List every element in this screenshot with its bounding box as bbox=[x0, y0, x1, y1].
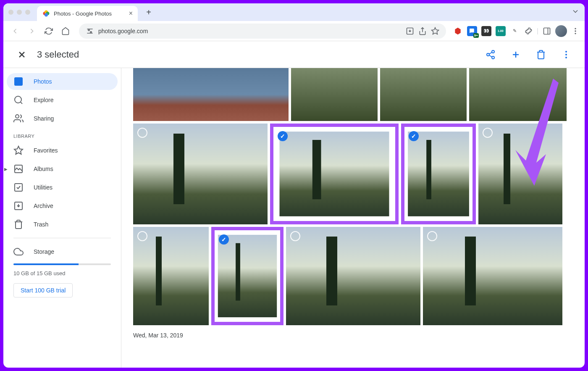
tab-dropdown-icon[interactable] bbox=[571, 7, 580, 17]
forward-button[interactable] bbox=[25, 24, 39, 38]
start-trial-button[interactable]: Start 100 GB trial bbox=[13, 283, 73, 297]
browser-toolbar: photos.google.com 9+ 👀 1.00 ✎ | bbox=[3, 21, 585, 41]
svg-point-22 bbox=[565, 54, 567, 55]
sidebar-item-sharing[interactable]: Sharing bbox=[7, 110, 118, 127]
extension-icon-gray[interactable]: ✎ bbox=[510, 26, 520, 36]
svg-point-28 bbox=[16, 115, 19, 118]
photo-select-checkbox[interactable] bbox=[483, 128, 493, 138]
photo-select-checkbox[interactable] bbox=[219, 234, 229, 245]
address-bar[interactable]: photos.google.com bbox=[79, 24, 446, 39]
photo-select-checkbox[interactable] bbox=[137, 128, 147, 138]
home-button[interactable] bbox=[59, 24, 72, 38]
selection-header: 3 selected bbox=[3, 41, 585, 68]
close-tab-icon[interactable]: × bbox=[129, 10, 133, 17]
extension-icons: 9+ 👀 1.00 ✎ | bbox=[453, 25, 580, 37]
photo-select-checkbox[interactable] bbox=[427, 231, 437, 241]
sidebar-item-label: Storage bbox=[34, 248, 54, 255]
photo-select-checkbox[interactable] bbox=[290, 231, 300, 241]
svg-line-27 bbox=[21, 102, 22, 104]
close-selection-button[interactable] bbox=[13, 46, 30, 63]
people-icon bbox=[13, 113, 24, 124]
photo-thumbnail[interactable] bbox=[469, 68, 567, 121]
google-photos-favicon bbox=[42, 9, 50, 18]
sidebar-item-favorites[interactable]: Favorites bbox=[7, 142, 118, 159]
trash-icon bbox=[13, 219, 24, 229]
archive-icon bbox=[13, 201, 24, 211]
expand-caret-icon[interactable]: ▶ bbox=[4, 167, 8, 171]
photo-thumbnail[interactable] bbox=[133, 124, 268, 224]
browser-menu-icon[interactable] bbox=[571, 27, 580, 35]
sidebar-item-label: Archive bbox=[34, 203, 53, 209]
photo-content[interactable]: Wed, Mar 13, 2019 bbox=[121, 68, 585, 368]
svg-marker-7 bbox=[432, 27, 439, 34]
maximize-window-dot[interactable] bbox=[25, 10, 30, 15]
minimize-window-dot[interactable] bbox=[17, 10, 22, 15]
svg-point-4 bbox=[88, 29, 89, 30]
add-to-button[interactable] bbox=[507, 46, 524, 63]
image-icon bbox=[13, 76, 24, 87]
extension-icon-eyes[interactable]: 👀 bbox=[481, 26, 491, 36]
svg-line-18 bbox=[489, 52, 492, 54]
more-options-button[interactable] bbox=[558, 46, 575, 63]
delete-button[interactable] bbox=[533, 46, 549, 63]
url-text: photos.google.com bbox=[98, 28, 402, 34]
extensions-puzzle-icon[interactable] bbox=[524, 27, 533, 35]
profile-avatar[interactable] bbox=[555, 25, 567, 37]
photo-thumbnail[interactable] bbox=[423, 227, 562, 325]
browser-window: Photos - Google Photos × + photos.google… bbox=[3, 3, 585, 368]
reload-button[interactable] bbox=[42, 24, 55, 38]
sidebar-item-trash[interactable]: Trash bbox=[7, 216, 118, 233]
photo-thumbnail-selected[interactable] bbox=[401, 124, 476, 224]
sidebar-item-albums[interactable]: ▶ Albums bbox=[7, 161, 118, 177]
tab-title: Photos - Google Photos bbox=[54, 11, 126, 17]
photo-select-checkbox[interactable] bbox=[137, 231, 147, 241]
main-content: Photos Explore Sharing LIBRARY Favorites… bbox=[3, 68, 585, 368]
photo-select-checkbox[interactable] bbox=[409, 131, 419, 141]
svg-point-3 bbox=[45, 13, 48, 16]
svg-point-5 bbox=[90, 31, 92, 32]
photo-thumbnail[interactable] bbox=[380, 68, 467, 121]
photo-thumbnail-selected[interactable] bbox=[211, 227, 284, 325]
search-icon bbox=[13, 95, 24, 105]
photo-thumbnail[interactable] bbox=[133, 68, 289, 121]
install-app-icon[interactable] bbox=[406, 27, 414, 35]
browser-tab[interactable]: Photos - Google Photos × bbox=[37, 6, 138, 21]
extension-icon-green[interactable]: 1.00 bbox=[496, 26, 506, 36]
sidebar-divider bbox=[13, 238, 111, 238]
sidebar-item-label: Utilities bbox=[34, 184, 52, 191]
side-panel-icon[interactable] bbox=[543, 27, 551, 35]
sidebar: Photos Explore Sharing LIBRARY Favorites… bbox=[3, 68, 121, 368]
sidebar-item-label: Trash bbox=[34, 221, 48, 228]
photo-select-checkbox[interactable] bbox=[278, 131, 288, 141]
photo-thumbnail-selected[interactable] bbox=[270, 124, 399, 224]
share-icon[interactable] bbox=[418, 27, 427, 35]
close-window-dot[interactable] bbox=[8, 10, 13, 15]
extension-icon-save[interactable]: 9+ bbox=[467, 26, 477, 36]
back-button[interactable] bbox=[8, 24, 22, 38]
sidebar-item-photos[interactable]: Photos bbox=[7, 73, 118, 90]
sidebar-item-explore[interactable]: Explore bbox=[7, 92, 118, 108]
sidebar-item-label: Explore bbox=[34, 97, 53, 103]
svg-point-13 bbox=[575, 33, 576, 34]
svg-rect-31 bbox=[15, 184, 22, 191]
svg-marker-29 bbox=[14, 146, 23, 154]
date-group-label: Wed, Mar 13, 2019 bbox=[133, 332, 578, 339]
sidebar-item-label: Sharing bbox=[34, 115, 54, 122]
bookmark-star-icon[interactable] bbox=[431, 27, 439, 35]
extension-icon-adblock[interactable] bbox=[453, 26, 463, 36]
sidebar-item-utilities[interactable]: Utilities bbox=[7, 179, 118, 196]
photo-thumbnail[interactable] bbox=[478, 124, 562, 224]
svg-point-11 bbox=[575, 28, 576, 29]
svg-point-14 bbox=[492, 50, 494, 53]
checkbox-icon bbox=[13, 182, 24, 192]
photo-thumbnail[interactable] bbox=[133, 227, 209, 325]
sidebar-item-archive[interactable]: Archive bbox=[7, 197, 118, 214]
share-button[interactable] bbox=[482, 46, 499, 63]
svg-marker-8 bbox=[455, 27, 460, 34]
photo-thumbnail[interactable] bbox=[286, 227, 420, 325]
site-info-icon[interactable] bbox=[86, 27, 94, 35]
new-tab-button[interactable]: + bbox=[143, 6, 155, 18]
photo-thumbnail[interactable] bbox=[291, 68, 378, 121]
sidebar-item-storage[interactable]: Storage bbox=[7, 243, 118, 260]
sidebar-item-label: Favorites bbox=[34, 147, 58, 154]
